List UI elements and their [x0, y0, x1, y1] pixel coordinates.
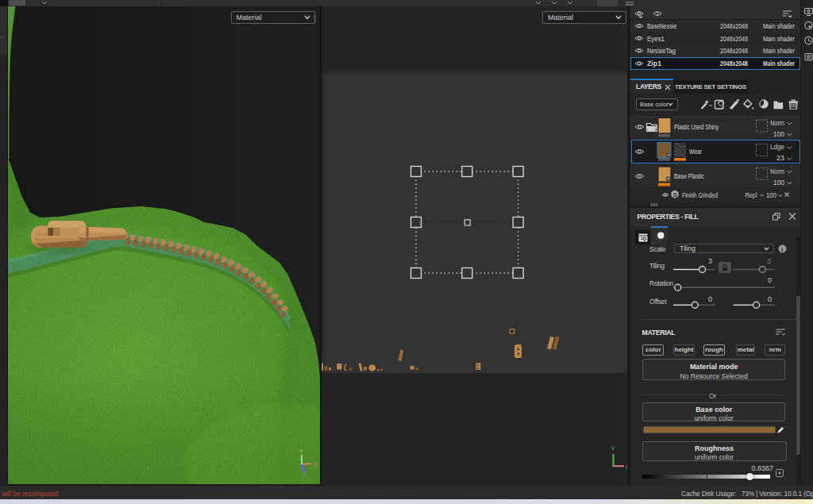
svg-text:X: X — [314, 462, 318, 467]
svg-text:Plastic Used Shiny: Plastic Used Shiny — [674, 123, 719, 131]
svg-text:Z: Z — [302, 471, 306, 477]
svg-text:Norm: Norm — [770, 119, 784, 127]
svg-text:100: 100 — [766, 191, 776, 199]
svg-text:Eyes1: Eyes1 — [647, 35, 665, 43]
svg-text:100: 100 — [773, 179, 784, 187]
svg-text:2048x2048: 2048x2048 — [720, 47, 748, 55]
svg-text:Main shader: Main shader — [763, 35, 795, 43]
svg-text:2048x2048: 2048x2048 — [720, 35, 748, 43]
svg-text:23: 23 — [776, 154, 784, 162]
svg-text:Ldge: Ldge — [770, 143, 784, 151]
svg-text:1: 1 — [656, 10, 659, 16]
svg-text:Main shader: Main shader — [763, 47, 795, 55]
svg-text:Zip1: Zip1 — [647, 60, 661, 67]
svg-text:Y: Y — [299, 448, 303, 454]
svg-text:2048x2048: 2048x2048 — [720, 22, 748, 30]
svg-text:Wear: Wear — [689, 148, 702, 156]
svg-text:NessieTag: NessieTag — [647, 47, 676, 55]
svg-text:BaseNessie: BaseNessie — [647, 22, 676, 30]
svg-text:2048x2048: 2048x2048 — [720, 60, 748, 67]
svg-text:Norm: Norm — [770, 167, 784, 175]
svg-text:Repl: Repl — [746, 191, 757, 199]
svg-text:Base Plastic: Base Plastic — [674, 172, 704, 180]
svg-text:100: 100 — [773, 130, 784, 138]
svg-text:Main shader: Main shader — [763, 60, 796, 67]
svg-text:Main shader: Main shader — [763, 22, 795, 30]
svg-text:V: V — [611, 445, 615, 451]
svg-text:S: S — [673, 191, 677, 198]
svg-text:Finish Grinded: Finish Grinded — [682, 191, 718, 199]
